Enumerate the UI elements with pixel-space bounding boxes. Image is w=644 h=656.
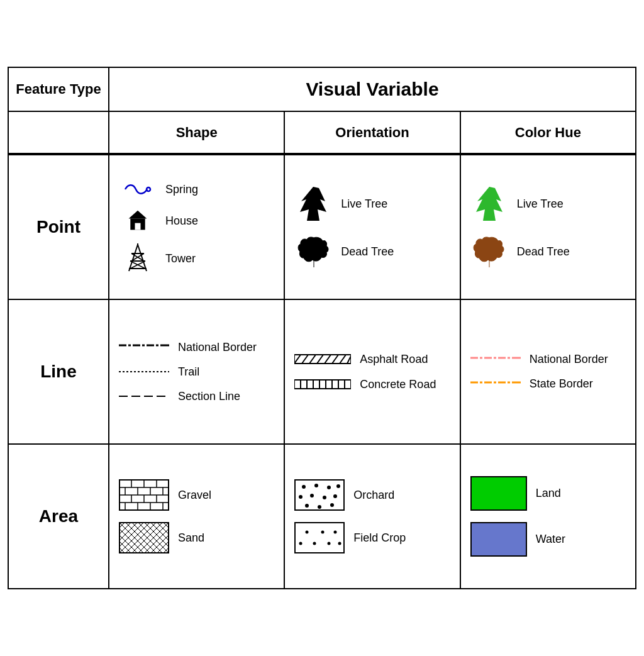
main-table: Feature Type Visual Variable Shape Orien… [8,67,636,589]
svg-point-105 [299,495,303,499]
dead-tree-brown-icon-area [470,235,508,269]
tower-label: Tower [165,252,196,265]
point-row: Point Spring [9,154,635,299]
live-tree-orientation-label: Live Tree [341,197,387,211]
line-colorhue-cell: National Border State Border [461,300,635,443]
national-border-label: National Border [178,341,257,354]
point-label: Point [9,155,109,299]
svg-point-101 [302,485,306,489]
svg-rect-112 [295,523,344,553]
fieldcrop-icon-area [294,522,345,553]
dead-tree-black-icon-area [294,235,332,269]
area-colorhue-cell: Land Water [461,445,635,588]
orientation-subheader: Orientation [285,112,460,153]
dead-tree-black-icon [296,235,331,269]
national-border-pink-icon [470,355,521,365]
asphalt-road-icon [294,352,351,366]
concrete-road-icon [294,377,351,391]
svg-rect-75 [119,523,169,553]
live-tree-black-icon [297,186,329,223]
svg-point-108 [333,494,337,498]
svg-point-118 [328,542,331,545]
trail-line-icon [119,369,169,375]
svg-point-116 [299,542,303,545]
dead-tree-colorhue-label: Dead Tree [517,245,570,259]
feature-type-header: Feature Type [9,68,109,153]
svg-line-30 [325,355,331,364]
svg-line-32 [340,355,346,364]
svg-line-29 [317,355,323,364]
fieldcrop-pattern-icon [294,522,345,553]
svg-line-31 [332,355,338,364]
tower-icon [126,243,149,274]
asphalt-road-item: Asphalt Road [294,352,450,366]
svg-point-109 [305,504,309,508]
gravel-item: Gravel [119,479,274,511]
water-icon-area [470,522,527,557]
line-orientation-cell: Asphalt Road [285,300,460,443]
tower-icon-area [119,243,157,274]
spring-icon [122,181,153,198]
state-border-orange-label: State Border [530,377,593,391]
svg-point-114 [321,531,325,534]
house-item: House [119,209,274,232]
gravel-pattern-icon [119,479,169,511]
feature-type-label: Feature Type [16,81,101,97]
orchard-pattern-icon [294,479,345,511]
national-border-pink-icon-area [470,355,521,365]
live-tree-colorhue-label: Live Tree [517,197,564,211]
state-border-orange-icon-area [470,379,521,389]
concrete-road-label: Concrete Road [360,378,436,391]
dead-tree-orientation-label: Dead Tree [341,245,394,259]
svg-line-28 [309,355,316,364]
section-line-icon-area [119,393,169,399]
visual-variable-title: Visual Variable [109,68,635,112]
live-tree-green-icon [474,186,505,223]
section-line-icon [119,393,169,399]
dead-tree-brown-icon [472,235,506,269]
house-icon-area [119,209,157,232]
fieldcrop-label: Field Crop [353,531,406,545]
svg-point-110 [318,505,321,509]
area-row: Area [9,443,635,588]
svg-point-111 [330,503,334,507]
svg-point-113 [306,531,309,534]
area-shape-cell: Gravel [109,445,285,588]
fieldcrop-item: Field Crop [294,522,450,553]
state-border-orange-icon [470,379,521,389]
land-item: Land [470,476,626,511]
dead-tree-black-item: Dead Tree [294,235,450,269]
concrete-road-item: Concrete Road [294,377,450,391]
svg-point-115 [334,531,337,534]
svg-point-103 [327,486,331,489]
svg-rect-3 [135,223,141,230]
colorhue-subheader: Color Hue [461,112,635,153]
svg-marker-15 [476,187,502,221]
sand-pattern-icon [119,522,169,553]
svg-point-104 [336,484,340,488]
line-label: Line [9,300,109,443]
house-label: House [165,214,198,228]
house-icon [126,209,149,232]
point-colorhue-cell: Live Tree Dead Tree [461,155,635,299]
feature-type-cell: Feature Type [9,68,108,112]
live-tree-black-icon-area [294,186,332,223]
sand-item: Sand [119,522,274,553]
sub-headers: Shape Orientation Color Hue [109,112,635,153]
dead-tree-brown-item: Dead Tree [470,235,626,269]
gravel-label: Gravel [178,489,211,502]
point-shape-cell: Spring House [109,155,285,299]
water-item: Water [470,522,626,557]
national-border-icon-area [119,342,169,352]
area-orientation-cell: Orchard Field Crop [285,445,460,588]
shape-subheader: Shape [109,112,285,153]
sand-label: Sand [178,531,204,545]
land-color-box [470,476,527,511]
spring-item: Spring [119,181,274,198]
svg-line-26 [294,355,301,364]
tower-item: Tower [119,243,274,274]
visual-variable-header: Visual Variable Shape Orientation Color … [109,68,635,153]
live-tree-green-icon-area [470,186,508,223]
section-line-item: Section Line [119,390,274,403]
svg-point-102 [314,484,318,487]
